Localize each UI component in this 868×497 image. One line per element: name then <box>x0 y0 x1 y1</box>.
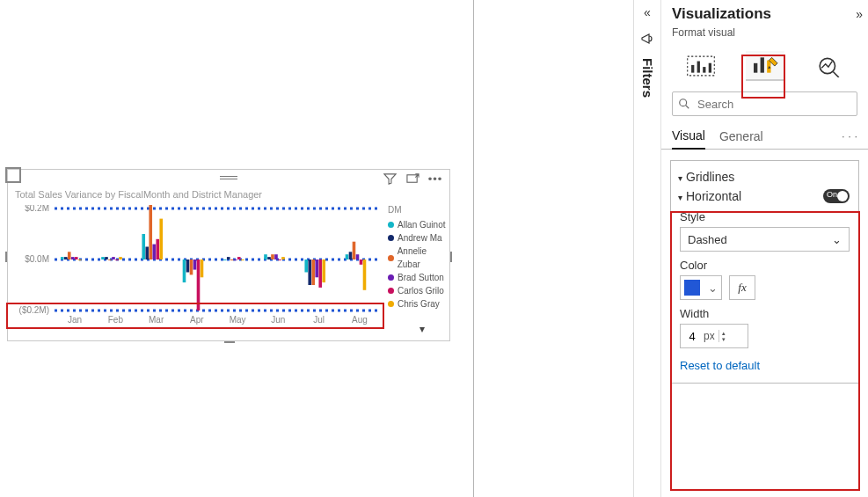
svg-rect-38 <box>234 259 237 260</box>
svg-rect-40 <box>241 259 244 260</box>
style-label: Style <box>680 210 850 223</box>
svg-rect-10 <box>71 257 75 259</box>
svg-rect-69 <box>760 57 763 72</box>
svg-rect-8 <box>64 257 68 259</box>
stepper-arrows[interactable]: ▴▾ <box>718 330 728 342</box>
filters-rail-label[interactable]: Filters <box>640 58 655 98</box>
gridlines-card: ▾ Gridlines ▾ Horizontal On Style Dashed… <box>670 160 859 384</box>
svg-rect-33 <box>201 259 204 277</box>
color-picker[interactable]: ⌄ <box>680 275 722 300</box>
svg-rect-30 <box>190 259 193 274</box>
resize-handle-left[interactable] <box>5 252 7 262</box>
svg-text:Jan: Jan <box>68 315 82 325</box>
svg-rect-15 <box>105 257 108 259</box>
width-stepper[interactable]: px ▴▾ <box>680 324 748 348</box>
svg-rect-25 <box>156 239 159 259</box>
svg-rect-57 <box>349 252 353 259</box>
analytics-tab-icon[interactable] <box>810 51 849 81</box>
svg-rect-18 <box>115 259 119 260</box>
horizontal-expander[interactable]: ▾ Horizontal On <box>678 189 850 203</box>
chevron-down-icon: ▾ <box>678 193 682 202</box>
legend-item[interactable]: Brad Sutton <box>388 271 449 284</box>
legend-item[interactable]: Carlos Grilo <box>388 284 449 297</box>
chart-legend: DM Allan GuinotAndrew MaAnnelie ZubarBra… <box>388 203 449 311</box>
focus-mode-icon[interactable] <box>405 172 419 186</box>
svg-rect-56 <box>346 254 349 259</box>
svg-rect-26 <box>159 219 163 259</box>
svg-rect-28 <box>183 259 186 282</box>
format-visual-tab-icon[interactable] <box>746 51 784 81</box>
color-fx-button[interactable]: fx <box>729 275 755 300</box>
svg-rect-31 <box>193 259 197 270</box>
svg-rect-19 <box>119 257 122 259</box>
width-unit: px <box>704 330 715 342</box>
build-visual-tab-icon[interactable] <box>682 51 720 81</box>
svg-rect-12 <box>78 259 82 260</box>
width-label: Width <box>680 307 850 320</box>
tabs-more-icon[interactable]: · · · <box>842 129 857 143</box>
svg-text:Jul: Jul <box>313 315 325 325</box>
svg-rect-68 <box>754 63 757 73</box>
filters-collapsed-rail: « Filters <box>633 0 661 497</box>
svg-rect-16 <box>108 259 112 260</box>
svg-text:May: May <box>230 315 246 325</box>
search-input[interactable] <box>672 91 857 116</box>
svg-rect-11 <box>75 257 78 259</box>
svg-rect-60 <box>360 259 363 265</box>
legend-scroll-down-icon[interactable]: ▾ <box>419 323 425 335</box>
svg-text:($0.2M): ($0.2M) <box>19 305 49 315</box>
svg-rect-45 <box>274 254 278 259</box>
chart-visual-tile[interactable]: ••• Total Sales Variance by FiscalMonth … <box>7 169 450 341</box>
legend-title: DM <box>388 203 449 216</box>
filter-icon[interactable] <box>383 172 397 186</box>
svg-rect-65 <box>697 62 699 73</box>
width-value[interactable] <box>681 329 704 344</box>
color-label: Color <box>680 259 850 272</box>
svg-rect-67 <box>708 63 711 73</box>
legend-item[interactable]: Andrew Ma <box>388 231 449 245</box>
chevron-down-icon: ⌄ <box>704 281 721 295</box>
svg-text:Aug: Aug <box>352 315 368 325</box>
svg-rect-50 <box>308 259 311 285</box>
svg-rect-35 <box>223 259 227 260</box>
style-value: Dashed <box>688 233 727 246</box>
tab-general[interactable]: General <box>719 123 763 150</box>
collapse-chevron-icon[interactable]: « <box>644 5 651 19</box>
megaphone-icon[interactable] <box>640 32 654 46</box>
expand-chevron-icon[interactable]: » <box>856 7 863 21</box>
more-options-icon[interactable]: ••• <box>428 172 442 186</box>
svg-rect-32 <box>197 259 201 311</box>
chart-plot-area: $0.2M$0.0M($0.2M)JanFebMarAprMayJunJulAu… <box>15 205 384 328</box>
legend-item[interactable]: Allan Guinot <box>388 218 449 231</box>
svg-rect-21 <box>142 234 145 259</box>
resize-handle-right[interactable] <box>450 252 452 262</box>
svg-rect-52 <box>315 259 318 277</box>
resize-handle-br[interactable] <box>8 170 18 180</box>
svg-rect-43 <box>267 257 271 259</box>
resize-handle-bottom[interactable] <box>224 341 235 343</box>
horizontal-label: Horizontal <box>686 189 741 203</box>
reset-to-default-link[interactable]: Reset to default <box>680 359 850 372</box>
search-field[interactable] <box>696 97 851 112</box>
svg-rect-51 <box>311 259 315 285</box>
svg-rect-39 <box>237 257 241 259</box>
svg-rect-9 <box>68 252 71 259</box>
tab-visual[interactable]: Visual <box>672 123 705 150</box>
svg-rect-66 <box>703 67 705 73</box>
style-select[interactable]: Dashed ⌄ <box>680 227 850 252</box>
svg-rect-29 <box>186 259 190 273</box>
gridlines-expander[interactable]: ▾ Gridlines <box>678 170 850 184</box>
toggle-knob <box>837 191 848 201</box>
search-icon <box>678 98 690 110</box>
chart-title: Total Sales Variance by FiscalMonth and … <box>8 186 449 200</box>
svg-rect-59 <box>356 254 360 259</box>
svg-rect-61 <box>363 259 367 290</box>
drag-grip-icon[interactable] <box>220 176 237 179</box>
svg-rect-7 <box>61 257 64 259</box>
legend-item[interactable]: Annelie Zubar <box>388 245 449 271</box>
svg-text:Feb: Feb <box>108 315 124 325</box>
svg-rect-24 <box>152 245 156 259</box>
svg-rect-36 <box>227 257 230 259</box>
horizontal-toggle[interactable]: On <box>823 189 850 203</box>
legend-item[interactable]: Chris Gray <box>388 297 449 311</box>
